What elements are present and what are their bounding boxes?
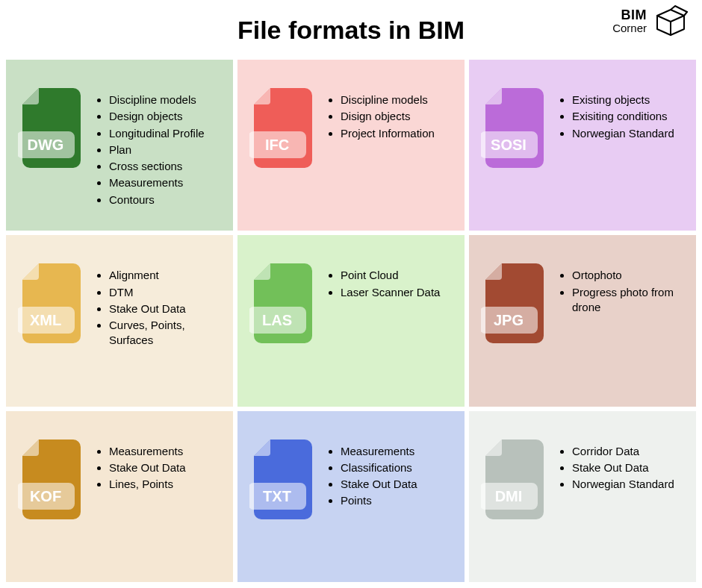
format-item: DTM bbox=[109, 285, 221, 300]
format-item: Cross sections bbox=[109, 159, 205, 174]
format-item: Project Information bbox=[341, 126, 435, 141]
brand-text: BIM Corner bbox=[612, 8, 647, 34]
format-item: Points bbox=[341, 493, 417, 508]
format-item: Lines, Points bbox=[109, 477, 186, 492]
format-item: Measurements bbox=[341, 444, 417, 459]
format-item: Stake Out Data bbox=[109, 301, 221, 316]
format-item: Stake Out Data bbox=[341, 477, 417, 492]
file-icon-las: LAS bbox=[249, 260, 317, 346]
format-item: Alignment bbox=[109, 268, 221, 283]
format-item: Progress photo from drone bbox=[572, 285, 684, 316]
format-items-ifc: Discipline modelsDisign objectsProject I… bbox=[327, 91, 435, 143]
svg-text:KOF: KOF bbox=[30, 488, 61, 504]
format-item: Classifications bbox=[341, 460, 417, 475]
format-item: Norwegian Standard bbox=[572, 126, 674, 141]
page-title: File formats in BIM bbox=[237, 16, 465, 45]
format-items-sosi: Existing objectsExisiting conditionsNorw… bbox=[559, 91, 674, 143]
format-card-kof: KOF MeasurementsStake Out DataLines, Poi… bbox=[6, 411, 233, 582]
format-item: Exisiting conditions bbox=[572, 109, 674, 124]
file-icon-ifc: IFC bbox=[249, 85, 317, 171]
format-item: Disign objects bbox=[341, 109, 435, 124]
svg-text:SOSI: SOSI bbox=[491, 137, 526, 153]
format-item: Discipline models bbox=[341, 93, 435, 107]
svg-text:DWG: DWG bbox=[28, 137, 64, 153]
format-card-dmi: DMI Corridor DataStake Out DataNorwegian… bbox=[469, 411, 696, 582]
format-item: Stake Out Data bbox=[109, 460, 186, 475]
file-icon-dwg: DWG bbox=[18, 85, 85, 171]
format-item: Longitudinal Profile bbox=[109, 126, 205, 141]
svg-text:XML: XML bbox=[30, 312, 61, 328]
format-card-jpg: JPG OrtophotoProgress photo from drone bbox=[469, 235, 696, 406]
page: File formats in BIM BIM Corner bbox=[0, 0, 702, 588]
brand-line1: BIM bbox=[612, 8, 647, 22]
format-item: Measurements bbox=[109, 444, 186, 459]
format-item: Contours bbox=[109, 193, 205, 207]
format-item: Stake Out Data bbox=[572, 460, 674, 475]
format-items-jpg: OrtophotoProgress photo from drone bbox=[559, 266, 684, 316]
box-icon bbox=[653, 4, 689, 37]
file-icon-dmi: DMI bbox=[481, 437, 548, 522]
format-item: Design objects bbox=[109, 109, 205, 124]
format-item: Discipline models bbox=[109, 93, 205, 107]
format-items-kof: MeasurementsStake Out DataLines, Points bbox=[96, 442, 186, 494]
brand-logo: BIM Corner bbox=[612, 4, 689, 37]
svg-text:JPG: JPG bbox=[494, 312, 524, 328]
format-card-dwg: DWG Discipline modelsDesign objectsLongi… bbox=[6, 60, 233, 231]
file-icon-xml: XML bbox=[18, 260, 85, 346]
format-item: Corridor Data bbox=[572, 444, 674, 459]
format-item: Curves, Points, Surfaces bbox=[109, 318, 221, 348]
format-card-las: LAS Point CloudLaser Scanner Data bbox=[237, 235, 465, 406]
format-item: Existing objects bbox=[572, 93, 674, 107]
format-item: Measurements bbox=[109, 175, 205, 190]
format-item: Plan bbox=[109, 143, 205, 157]
brand-line2: Corner bbox=[612, 22, 647, 34]
format-grid: DWG Discipline modelsDesign objectsLongi… bbox=[0, 60, 702, 588]
format-item: Norwegian Standard bbox=[572, 477, 674, 492]
format-item: Point Cloud bbox=[341, 268, 440, 283]
format-items-xml: AlignmentDTMStake Out DataCurves, Points… bbox=[96, 266, 221, 349]
format-items-dwg: Discipline modelsDesign objectsLongitudi… bbox=[96, 91, 205, 209]
file-icon-kof: KOF bbox=[18, 437, 85, 522]
header: File formats in BIM BIM Corner bbox=[0, 0, 702, 60]
format-item: Laser Scanner Data bbox=[341, 285, 440, 300]
format-items-txt: MeasurementsClassificationsStake Out Dat… bbox=[327, 442, 417, 510]
file-icon-sosi: SOSI bbox=[481, 85, 548, 171]
format-card-ifc: IFC Discipline modelsDisign objectsProje… bbox=[237, 60, 465, 231]
svg-text:TXT: TXT bbox=[263, 488, 291, 504]
format-card-xml: XML AlignmentDTMStake Out DataCurves, Po… bbox=[6, 235, 233, 406]
format-items-dmi: Corridor DataStake Out DataNorwegian Sta… bbox=[559, 442, 674, 494]
file-icon-txt: TXT bbox=[249, 437, 317, 522]
format-items-las: Point CloudLaser Scanner Data bbox=[327, 266, 440, 301]
format-item: Ortophoto bbox=[572, 268, 684, 283]
svg-text:DMI: DMI bbox=[495, 488, 523, 504]
format-card-txt: TXT MeasurementsClassificationsStake Out… bbox=[237, 411, 465, 582]
svg-text:LAS: LAS bbox=[262, 312, 292, 328]
format-card-sosi: SOSI Existing objectsExisiting condition… bbox=[469, 60, 696, 231]
file-icon-jpg: JPG bbox=[481, 260, 548, 346]
svg-text:IFC: IFC bbox=[265, 137, 289, 153]
